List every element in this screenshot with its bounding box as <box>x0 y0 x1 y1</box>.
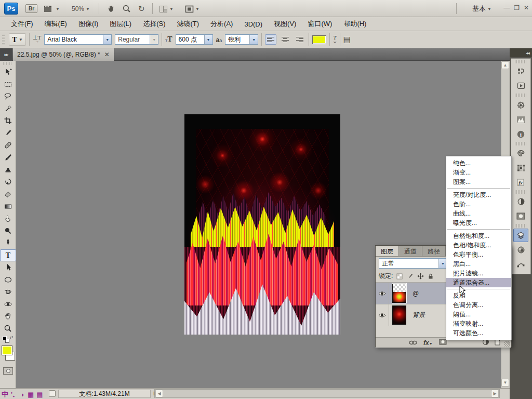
lock-all-icon[interactable] <box>427 273 434 280</box>
scroll-right-icon[interactable]: ▶ <box>491 390 499 397</box>
zoom-level-control[interactable]: 50% ▼ <box>72 4 90 14</box>
ime-halfwidth-icon[interactable]: ◗ <box>21 391 25 398</box>
workspace-switcher[interactable]: 基本 ▼ <box>472 4 491 14</box>
menu-item-pattern[interactable]: 图案... <box>446 177 511 187</box>
info-panel-icon[interactable]: i <box>513 127 528 141</box>
quick-selection-tool[interactable] <box>0 103 16 115</box>
options-grip[interactable] <box>2 34 5 45</box>
close-tab-icon[interactable]: ✕ <box>104 51 110 58</box>
bridge-button[interactable]: Br <box>25 4 37 13</box>
menu-item-channel-mixer[interactable]: 通道混合器... <box>446 278 511 287</box>
hand-tool-icon[interactable] <box>107 4 116 14</box>
menu-filter[interactable]: 滤镜(T) <box>171 17 205 31</box>
layer-thumbnail[interactable] <box>392 305 406 325</box>
clone-stamp-tool[interactable] <box>0 164 16 176</box>
collapse-tools-icon[interactable]: ▸▸ <box>0 48 12 61</box>
swap-colors-icon[interactable]: ⇄ <box>10 335 14 340</box>
dock-grip[interactable] <box>515 224 527 228</box>
swatches-panel-icon[interactable] <box>513 161 528 175</box>
text-orientation-icon[interactable]: ⊥T→ <box>33 35 41 44</box>
color-panel-icon[interactable] <box>513 147 528 160</box>
document-tab[interactable]: 22.5.jpg @ 50% (@, RGB/8) * ✕ <box>13 48 114 61</box>
dock-grip[interactable] <box>515 190 527 194</box>
rotate-view-icon[interactable]: ↻ <box>138 4 145 14</box>
eyedropper-tool[interactable] <box>0 127 16 140</box>
canvas-image[interactable] <box>184 114 340 335</box>
menu-layer[interactable]: 图层(L) <box>104 17 137 31</box>
lock-position-icon[interactable] <box>417 273 424 280</box>
scroll-left-icon[interactable]: ◀ <box>155 390 163 397</box>
menu-help[interactable]: 帮助(H) <box>338 17 372 31</box>
crop-tool[interactable] <box>0 115 16 127</box>
3d-rotate-tool[interactable] <box>0 286 16 298</box>
horizontal-scrollbar[interactable]: ◀ ▶ <box>154 389 500 398</box>
view-extras-icon[interactable]: ▼ <box>44 4 60 14</box>
paths-panel-icon[interactable] <box>513 258 528 271</box>
panel-resize-grip[interactable] <box>504 341 510 347</box>
menu-item-black-white[interactable]: 黑白... <box>446 259 511 269</box>
menu-item-curves[interactable]: 曲线... <box>446 209 511 218</box>
menu-item-exposure[interactable]: 曝光度... <box>446 218 511 228</box>
dock-grip[interactable] <box>515 94 527 97</box>
history-panel-icon[interactable] <box>513 64 528 78</box>
menu-item-selective-color[interactable]: 可选颜色... <box>446 328 511 338</box>
expand-dock-icon[interactable]: ◂◂ <box>510 48 532 57</box>
align-right-button[interactable] <box>294 34 305 45</box>
screen-mode-icon[interactable]: ▼ <box>185 4 200 14</box>
menu-window[interactable]: 窗口(W) <box>302 17 338 31</box>
font-size-select[interactable]: 600 点 ▼ <box>176 34 213 45</box>
lasso-tool[interactable] <box>0 90 16 103</box>
dock-grip[interactable] <box>515 142 527 145</box>
dodge-tool[interactable] <box>0 225 16 237</box>
layer-style-icon[interactable]: fx▼ <box>423 339 433 347</box>
visibility-toggle[interactable] <box>376 304 389 326</box>
chevron-down-icon[interactable]: ▼ <box>103 35 111 44</box>
ime-menu-icon[interactable]: ▤ <box>36 391 43 398</box>
restore-button[interactable]: ❐ <box>514 4 520 11</box>
menu-item-gradient-map[interactable]: 渐变映射... <box>446 319 511 328</box>
brush-tool[interactable] <box>0 152 16 164</box>
toggle-panels-icon[interactable]: ▤ <box>343 35 351 44</box>
menu-item-photo-filter[interactable]: 照片滤镜... <box>446 269 511 278</box>
menu-item-invert[interactable]: 反相 <box>446 291 511 300</box>
histogram-panel-icon[interactable] <box>513 113 528 126</box>
adjustments-panel-icon[interactable] <box>513 195 528 208</box>
ime-mode-icon[interactable]: 中 <box>2 390 8 399</box>
foreground-color-swatch[interactable] <box>2 345 12 355</box>
tab-paths[interactable]: 路径 <box>422 246 446 256</box>
lock-paint-icon[interactable] <box>406 273 414 280</box>
type-tool[interactable]: T <box>0 249 16 262</box>
shape-tool[interactable] <box>0 274 16 286</box>
anti-alias-select[interactable]: 锐利 ▼ <box>225 34 258 45</box>
tab-layers[interactable]: 图层 <box>376 246 399 256</box>
default-colors-icon[interactable] <box>3 336 7 340</box>
channels-panel-icon[interactable] <box>513 243 528 257</box>
layer-name[interactable]: 背景 <box>413 311 425 320</box>
scroll-down-icon[interactable]: ▼ <box>501 379 509 387</box>
hand-tool[interactable] <box>0 310 16 323</box>
close-button[interactable]: ✕ <box>524 4 529 11</box>
marquee-tool[interactable] <box>0 78 16 91</box>
scroll-up-icon[interactable]: ▲ <box>501 61 509 69</box>
menu-analysis[interactable]: 分析(A) <box>205 17 238 31</box>
spot-healing-brush-tool[interactable] <box>0 139 16 152</box>
link-layers-icon[interactable] <box>409 339 417 347</box>
menu-image[interactable]: 图像(I) <box>73 17 104 31</box>
warp-text-icon[interactable]: T⌣ <box>333 36 337 43</box>
menu-edit[interactable]: 编辑(E) <box>39 17 73 31</box>
smudge-tool[interactable] <box>0 212 16 225</box>
menu-3d[interactable]: 3D(D) <box>238 18 268 30</box>
history-brush-tool[interactable] <box>0 176 16 189</box>
masks-panel-icon[interactable] <box>513 209 528 223</box>
pen-tool[interactable] <box>0 237 16 249</box>
menu-item-color-balance[interactable]: 色彩平衡... <box>446 250 511 259</box>
eraser-tool[interactable] <box>0 188 16 201</box>
menu-view[interactable]: 视图(V) <box>268 17 302 31</box>
ime-punctuation-icon[interactable]: ’。 <box>11 391 18 398</box>
zoom-tool[interactable] <box>0 323 16 335</box>
menu-item-solid-color[interactable]: 纯色... <box>446 158 511 168</box>
menu-item-brightness-contrast[interactable]: 亮度/对比度... <box>446 190 511 200</box>
type-tool-preset[interactable]: T ▼ <box>9 33 26 46</box>
align-center-button[interactable] <box>280 34 291 45</box>
arrange-documents-icon[interactable]: ▼ <box>159 4 174 14</box>
